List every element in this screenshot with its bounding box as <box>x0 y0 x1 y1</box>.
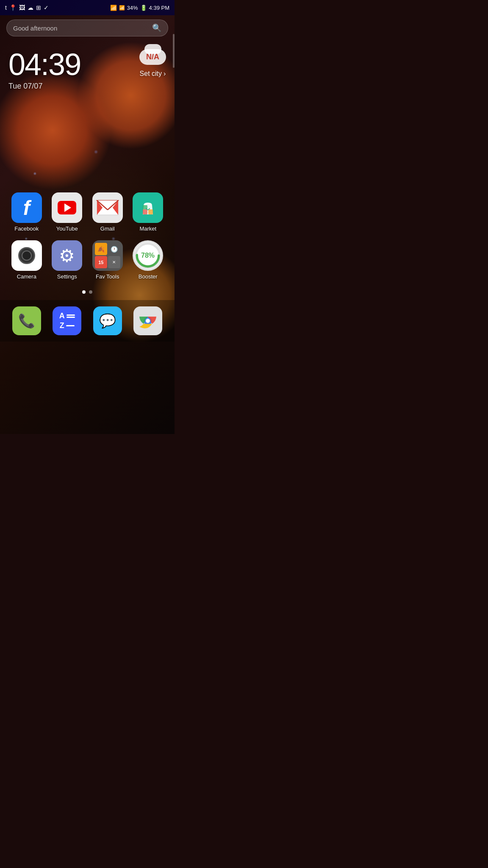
contacts-a: A <box>59 312 65 320</box>
app-facebook[interactable]: f Facebook <box>8 192 45 232</box>
youtube-triangle <box>64 203 71 212</box>
svg-rect-10 <box>143 209 147 214</box>
search-placeholder: Good afternoon <box>13 25 152 32</box>
messages-bubble: 💬 <box>99 313 116 329</box>
chrome-icon <box>133 306 162 335</box>
settings-gear-icon: ⚙ <box>59 245 75 266</box>
contacts-line3 <box>66 325 75 326</box>
wifi-icon: 📶 <box>110 5 117 11</box>
page-dots <box>0 284 175 300</box>
facebook-icon: f <box>11 192 42 223</box>
youtube-label: YouTube <box>56 225 78 232</box>
dock: 📞 A Z 💬 <box>0 300 175 342</box>
dock-chrome[interactable] <box>130 306 166 335</box>
booster-label: Booster <box>139 273 158 280</box>
contacts-az-row: A <box>59 312 75 320</box>
contacts-line1 <box>67 314 75 316</box>
camera-lens <box>18 247 35 264</box>
favtools-cell-1: 🍂 <box>95 243 107 255</box>
app-camera[interactable]: Camera <box>8 240 45 280</box>
set-city-arrow: › <box>164 70 166 78</box>
market-icon <box>133 192 163 223</box>
clock-weather-area: 04:39 Tue 07/07 N/A Set city › <box>0 41 175 95</box>
market-svg <box>134 194 161 221</box>
app-booster[interactable]: 78% Booster <box>130 240 166 280</box>
favtools-cell-3: 15 <box>95 256 107 268</box>
contacts-z: Z <box>60 321 64 330</box>
home-spacer <box>0 95 175 188</box>
check-icon: ✓ <box>44 4 49 11</box>
set-city-label: Set city <box>140 70 162 78</box>
settings-label: Settings <box>57 273 77 280</box>
chrome-svg <box>138 311 158 331</box>
weather-widget[interactable]: N/A Set city › <box>139 49 166 78</box>
facebook-label: Facebook <box>14 225 39 232</box>
search-bar[interactable]: Good afternoon 🔍 <box>6 19 168 36</box>
upload-icon: ☁ <box>28 4 33 11</box>
tumblr-icon: t <box>5 4 7 11</box>
app-favtools[interactable]: 🍂 🕐 15 ✕ Fav Tools <box>89 240 126 280</box>
status-bar: t 📍 🖼 ☁ ⊞ ✓ 📶 📶 34% 🔋 4:39 PM <box>0 0 175 15</box>
phone-icon: 📞 <box>12 306 41 335</box>
signal-icon: 📶 <box>119 5 125 11</box>
svg-rect-11 <box>148 209 153 214</box>
page-dot-1[interactable] <box>82 290 86 294</box>
clock-time: 04:39 <box>8 49 80 80</box>
market-label: Market <box>139 225 156 232</box>
weather-value: N/A <box>146 53 159 61</box>
camera-lens-inner <box>22 250 32 261</box>
app-market[interactable]: Market <box>130 192 166 232</box>
status-icons-left: t 📍 🖼 ☁ ⊞ ✓ <box>5 4 49 11</box>
contacts-lines <box>67 314 75 318</box>
page-dot-2[interactable] <box>89 290 92 294</box>
contacts-line2 <box>67 317 75 318</box>
clock-date: Tue 07/07 <box>8 82 80 91</box>
weather-cloud: N/A <box>139 49 166 65</box>
camera-icon <box>11 240 42 271</box>
favtools-icon: 🍂 🕐 15 ✕ <box>92 240 123 271</box>
contacts-z-row: Z <box>60 321 75 330</box>
battery-icon: 🔋 <box>140 5 147 11</box>
clock-widget: 04:39 Tue 07/07 <box>8 49 80 91</box>
youtube-play-button <box>58 201 76 214</box>
youtube-icon <box>52 192 82 223</box>
status-icons-right: 📶 📶 34% 🔋 4:39 PM <box>110 5 169 11</box>
location-icon: 📍 <box>9 4 17 11</box>
app-grid: f Facebook YouTube Gmail <box>0 188 175 284</box>
phone-symbol: 📞 <box>18 313 35 329</box>
settings-icon: ⚙ <box>52 240 82 271</box>
favtools-cell-4: ✕ <box>108 256 120 268</box>
clock-status: 4:39 PM <box>149 5 169 11</box>
svg-text:78%: 78% <box>141 252 155 259</box>
camera-label: Camera <box>17 273 36 280</box>
favtools-grid: 🍂 🕐 15 ✕ <box>95 243 120 268</box>
booster-svg: 78% <box>134 240 161 271</box>
dock-contacts[interactable]: A Z <box>49 306 86 335</box>
dock-phone[interactable]: 📞 <box>8 306 45 335</box>
gmail-svg <box>96 199 119 217</box>
app-settings[interactable]: ⚙ Settings <box>49 240 86 280</box>
favtools-label: Fav Tools <box>96 273 119 280</box>
svg-rect-12 <box>143 205 147 209</box>
gmail-icon <box>92 192 123 223</box>
grid-icon: ⊞ <box>36 4 41 11</box>
facebook-f-letter: f <box>23 196 30 220</box>
set-city-button[interactable]: Set city › <box>140 70 166 78</box>
messages-icon: 💬 <box>93 306 122 335</box>
search-icon[interactable]: 🔍 <box>152 23 161 33</box>
booster-icon: 78% <box>133 240 163 271</box>
app-youtube[interactable]: YouTube <box>49 192 86 232</box>
favtools-cell-2: 🕐 <box>108 243 120 255</box>
contacts-icon: A Z <box>53 306 81 335</box>
gmail-label: Gmail <box>100 225 115 232</box>
scrollbar-indicator[interactable] <box>173 34 175 68</box>
contacts-lines2 <box>66 325 75 326</box>
battery-percent: 34% <box>127 5 138 11</box>
svg-point-21 <box>146 319 150 323</box>
dock-messages[interactable]: 💬 <box>89 306 126 335</box>
app-gmail[interactable]: Gmail <box>89 192 126 232</box>
image-icon: 🖼 <box>19 4 25 11</box>
